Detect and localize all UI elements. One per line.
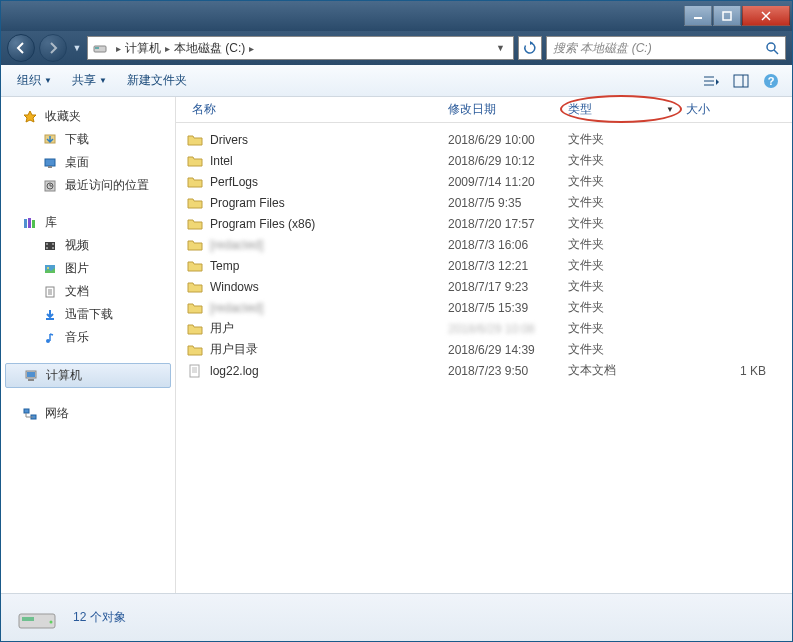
breadcrumb-computer[interactable]: 计算机 [125,40,161,57]
file-type: 文件夹 [568,320,686,337]
download-icon [41,307,59,323]
file-type: 文件夹 [568,278,686,295]
sidebar-favorites-header[interactable]: 收藏夹 [1,105,175,128]
folder-icon [186,300,204,316]
file-list: Drivers2018/6/29 10:00文件夹Intel2018/6/29 … [176,123,792,593]
close-button[interactable] [742,6,790,26]
svg-rect-46 [190,365,199,377]
navigation-bar: ▼ ▸ 计算机 ▸ 本地磁盘 (C:) ▸ ▼ 搜索 本地磁盘 (C:) [1,31,792,65]
file-name: Intel [210,154,448,168]
sidebar-item-videos[interactable]: 视频 [1,234,175,257]
file-row[interactable]: Intel2018/6/29 10:12文件夹 [176,150,792,171]
column-header-size[interactable]: 大小 [680,101,760,118]
svg-point-31 [47,267,49,269]
folder-icon [186,321,204,337]
folder-icon [186,153,204,169]
svg-point-27 [46,247,48,249]
file-type: 文件夹 [568,152,686,169]
sidebar-item-computer[interactable]: 计算机 [5,363,171,388]
file-date: 2018/7/20 17:57 [448,217,568,231]
file-name: Program Files (x86) [210,217,448,231]
svg-rect-5 [95,47,99,49]
network-icon [21,406,39,422]
sidebar-item-network[interactable]: 网络 [1,402,175,425]
nav-history-dropdown[interactable]: ▼ [71,38,83,58]
address-dropdown-icon[interactable]: ▼ [492,43,509,53]
search-icon [765,41,779,55]
svg-rect-16 [45,159,55,166]
svg-point-6 [767,43,775,51]
svg-rect-23 [28,218,31,228]
file-row[interactable]: Program Files (x86)2018/7/20 17:57文件夹 [176,213,792,234]
file-row[interactable]: PerfLogs2009/7/14 11:20文件夹 [176,171,792,192]
window-titlebar [1,1,792,31]
back-button[interactable] [7,34,35,62]
breadcrumb-drive[interactable]: 本地磁盘 (C:) [174,40,245,57]
file-row[interactable]: Program Files2018/7/5 9:35文件夹 [176,192,792,213]
file-row[interactable]: Windows2018/7/17 9:23文件夹 [176,276,792,297]
minimize-button[interactable] [684,6,712,26]
file-row[interactable]: 用户目录2018/6/29 14:39文件夹 [176,339,792,360]
sidebar-item-downloads[interactable]: 下载 [1,128,175,151]
svg-point-52 [50,620,53,623]
file-date: 2009/7/14 11:20 [448,175,568,189]
svg-rect-51 [22,617,34,621]
file-date: 2018/7/3 12:21 [448,259,568,273]
file-name: log22.log [210,364,448,378]
download-icon [41,132,59,148]
column-header-name[interactable]: 名称 [186,101,442,118]
sidebar-item-recent[interactable]: 最近访问的位置 [1,174,175,197]
help-button[interactable]: ? [758,70,784,92]
address-bar[interactable]: ▸ 计算机 ▸ 本地磁盘 (C:) ▸ ▼ [87,36,514,60]
file-date: 2018/7/5 9:35 [448,196,568,210]
refresh-button[interactable] [518,36,542,60]
new-folder-button[interactable]: 新建文件夹 [119,69,195,92]
svg-rect-41 [28,379,34,381]
sidebar-item-documents[interactable]: 文档 [1,280,175,303]
folder-icon [186,195,204,211]
maximize-button[interactable] [713,6,741,26]
sidebar-item-xunlei[interactable]: 迅雷下载 [1,303,175,326]
file-icon [186,363,204,379]
sidebar-item-desktop[interactable]: 桌面 [1,151,175,174]
file-type: 文件夹 [568,131,686,148]
preview-pane-button[interactable] [728,70,754,92]
file-row[interactable]: Temp2018/7/3 12:21文件夹 [176,255,792,276]
library-icon [21,215,39,231]
column-header-date[interactable]: 修改日期 [442,101,562,118]
folder-icon [186,174,204,190]
file-name: [redacted] [210,301,448,315]
file-type: 文件夹 [568,173,686,190]
file-name: Temp [210,259,448,273]
svg-rect-24 [32,220,35,228]
toolbar: 组织▼ 共享▼ 新建文件夹 ? [1,65,792,97]
file-row[interactable]: 用户2018/6/29 10:08文件夹 [176,318,792,339]
navigation-pane: 收藏夹 下载 桌面 最近访问的位置 库 视频 图片 文档 迅雷下载 音乐 计算机 [1,97,176,593]
forward-button[interactable] [39,34,67,62]
star-icon [21,109,39,125]
file-row[interactable]: [redacted]2018/7/3 16:06文件夹 [176,234,792,255]
file-date: 2018/6/29 10:12 [448,154,568,168]
status-bar: 12 个对象 [1,593,792,641]
file-type: 文件夹 [568,299,686,316]
share-menu[interactable]: 共享▼ [64,69,115,92]
file-row[interactable]: [redacted]2018/7/5 15:39文件夹 [176,297,792,318]
search-input[interactable]: 搜索 本地磁盘 (C:) [546,36,786,60]
folder-icon [186,258,204,274]
file-row[interactable]: log22.log2018/7/23 9:50文本文档1 KB [176,360,792,381]
sidebar-item-music[interactable]: 音乐 [1,326,175,349]
svg-line-7 [774,50,778,54]
file-name: Windows [210,280,448,294]
column-header-type[interactable]: 类型▼ [562,101,680,118]
sidebar-libraries-header[interactable]: 库 [1,211,175,234]
breadcrumb-separator-icon: ▸ [165,43,170,54]
file-row[interactable]: Drivers2018/6/29 10:00文件夹 [176,129,792,150]
status-count: 12 个对象 [73,609,126,626]
organize-menu[interactable]: 组织▼ [9,69,60,92]
drive-icon [92,40,108,56]
view-menu[interactable] [698,70,724,92]
sidebar-item-pictures[interactable]: 图片 [1,257,175,280]
drive-icon [13,600,61,636]
file-date: 2018/7/23 9:50 [448,364,568,378]
file-name: Program Files [210,196,448,210]
